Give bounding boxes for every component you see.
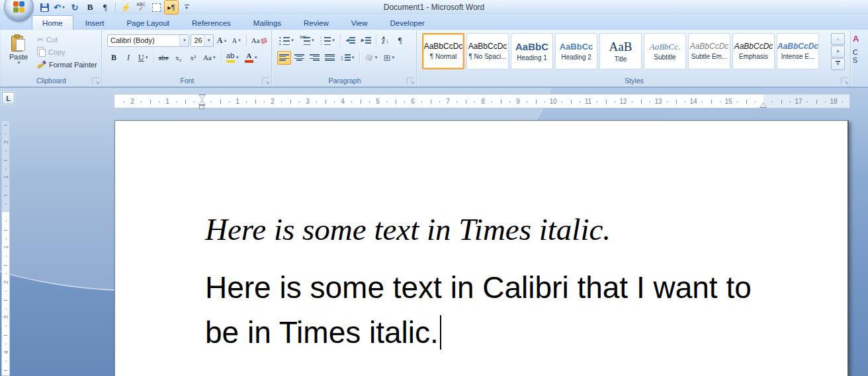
format-painter-icon	[37, 60, 46, 70]
ruler-tick	[544, 101, 545, 102]
style-card-no-spaci[interactable]: AaBbCcDc¶ No Spaci...	[466, 33, 509, 69]
paste-dropdown-caret[interactable]: ▼	[17, 61, 21, 65]
copy-button[interactable]: Copy	[37, 47, 97, 57]
style-card-subtle-em[interactable]: AaBbCcDcSubtle Em...	[688, 33, 730, 69]
align-center-button[interactable]	[292, 51, 306, 65]
qat-customize-qat-button[interactable]: ▼	[179, 0, 194, 15]
ruler-tick	[439, 101, 440, 102]
qat-save-button[interactable]	[37, 0, 52, 15]
qat-autoformat-button[interactable]: ⚡	[118, 0, 133, 15]
vertical-ruler[interactable]: 211234	[1, 120, 10, 376]
font-name-combo[interactable]: Calibri (Body) ▼	[107, 34, 189, 47]
style-card-subtitle[interactable]: AaBbCc.Subtitle	[644, 33, 686, 69]
qat-show-hide-pilcrow-button[interactable]: ¶	[98, 0, 112, 15]
underline-button[interactable]: U▼	[136, 51, 151, 65]
bold-button[interactable]: B	[107, 51, 120, 65]
shrink-font-button[interactable]: A▼	[230, 34, 243, 48]
italic-button[interactable]: I	[122, 51, 135, 65]
grow-font-button[interactable]: A▲	[215, 34, 229, 48]
strikethrough-button[interactable]: abe	[157, 51, 171, 65]
ruler-number: 4	[341, 98, 345, 105]
tab-references[interactable]: References	[181, 15, 241, 30]
underline-dropdown-icon[interactable]: ▼	[145, 56, 149, 59]
line-spacing-dropdown-icon[interactable]: ▼	[351, 56, 355, 59]
styles-scroll-down-button[interactable]: ▼	[831, 46, 845, 57]
first-line-indent-marker[interactable]	[198, 94, 206, 100]
tab-developer[interactable]: Developer	[379, 15, 435, 30]
paragraph-times-italic[interactable]: Here is some text in Times italic.	[205, 211, 611, 247]
qat-bold-button[interactable]: B	[83, 0, 97, 15]
qat-undo-button[interactable]: ↶▼	[52, 0, 67, 15]
align-right-button[interactable]	[308, 51, 322, 65]
align-left-button[interactable]	[277, 51, 291, 65]
change-case-button[interactable]: Aa▼	[201, 51, 218, 65]
show-hide-button[interactable]: ¶	[394, 34, 407, 48]
style-card-title[interactable]: AaBTitle	[599, 33, 642, 69]
font-size-dropdown-icon[interactable]: ▼	[204, 35, 213, 46]
qat-redo-button[interactable]: ↻	[67, 0, 82, 15]
style-card-heading-1[interactable]: AaBbCHeading 1	[511, 33, 553, 69]
font-color-icon: A	[245, 52, 253, 63]
tab-mailings[interactable]: Mailings	[243, 15, 292, 30]
numbering-dropdown-icon[interactable]: ▼	[311, 38, 315, 42]
qat-spelling-grammar-button[interactable]: ABC✓	[134, 0, 148, 15]
bullets-button[interactable]: ▼	[277, 34, 296, 48]
multilevel-dropdown-icon[interactable]: ▼	[331, 38, 335, 42]
numbering-button[interactable]: ▼	[298, 34, 317, 48]
ruler-tick	[5, 133, 7, 134]
multilevel-list-button[interactable]: ▼	[318, 34, 337, 48]
qat-macro-pilcrow-button[interactable]: ▸¶	[164, 0, 179, 15]
sort-button[interactable]: AZ↓	[379, 34, 392, 48]
document-page[interactable]: Here is some text in Times italic. Here …	[114, 120, 849, 376]
bullets-dropdown-icon[interactable]: ▼	[290, 38, 294, 42]
left-indent-marker[interactable]	[199, 105, 204, 109]
subscript-button[interactable]: x₂	[172, 51, 185, 65]
tab-selector[interactable]: L	[2, 92, 15, 104]
style-card-emphasis[interactable]: AaBbCcDcEmphasis	[732, 33, 775, 69]
clear-formatting-button[interactable]: Aa	[249, 34, 269, 48]
line-spacing-button[interactable]: ↕▼	[338, 51, 357, 65]
paragraph-dialog-launcher[interactable]: ↘	[407, 77, 414, 85]
paragraph-calibri[interactable]: Here is some text in Calibri that I want…	[205, 265, 752, 355]
text-highlight-button[interactable]: ab ▼	[224, 51, 241, 65]
highlight-dropdown-icon[interactable]: ▼	[236, 56, 239, 59]
tab-insert[interactable]: Insert	[75, 15, 115, 30]
tab-page-layout[interactable]: Page Layout	[116, 15, 180, 30]
style-card-normal[interactable]: AaBbCcDc¶ Normal	[422, 33, 464, 69]
styles-more-button[interactable]: ▼	[831, 58, 845, 70]
font-name-dropdown-icon[interactable]: ▼	[179, 35, 189, 46]
font-color-dropdown-icon[interactable]: ▼	[254, 56, 258, 59]
shading-button[interactable]: ▼	[363, 51, 380, 65]
ruler-tick	[737, 101, 738, 102]
styles-group: AaBbCcDc¶ NormalAaBbCcDc¶ No Spaci...AaB…	[418, 30, 851, 86]
horizontal-ruler[interactable]: 211234567891011121314151718	[114, 94, 850, 108]
styles-scroll-up-button[interactable]: ▲	[831, 33, 845, 45]
tab-home[interactable]: Home	[32, 15, 73, 30]
calibri-line-2[interactable]: be in Times italic.	[205, 310, 752, 355]
shading-dropdown-icon[interactable]: ▼	[374, 56, 378, 59]
calibri-line-1[interactable]: Here is some text in Calibri that I want…	[205, 265, 752, 310]
superscript-button[interactable]: x²	[187, 51, 200, 65]
change-styles-button[interactable]: A C S	[853, 35, 867, 76]
decrease-indent-button[interactable]: ◀	[343, 34, 357, 48]
clipboard-dialog-launcher[interactable]: ↘	[92, 77, 99, 85]
change-case-dropdown-icon[interactable]: ▼	[212, 56, 216, 59]
style-card-intense-e[interactable]: AaBbCcDcIntense E...	[777, 33, 819, 69]
justify-button[interactable]	[323, 51, 337, 65]
styles-dialog-launcher[interactable]: ↘	[841, 77, 848, 85]
hanging-indent-marker[interactable]	[198, 100, 206, 105]
borders-button[interactable]: ⊞▼	[381, 51, 397, 65]
tab-review[interactable]: Review	[293, 15, 339, 30]
format-painter-button[interactable]: Format Painter	[37, 59, 97, 70]
font-color-button[interactable]: A ▼	[243, 51, 260, 65]
paste-button[interactable]: Paste ▼	[4, 32, 33, 74]
cut-button[interactable]: ✂Cut	[37, 34, 97, 45]
style-label: Title	[615, 56, 627, 63]
increase-indent-button[interactable]: ▶	[359, 34, 372, 48]
style-card-heading-2[interactable]: AaBbCcHeading 2	[555, 33, 597, 69]
borders-dropdown-icon[interactable]: ▼	[391, 56, 395, 59]
tab-view[interactable]: View	[341, 15, 378, 30]
qat-select-object-button[interactable]	[149, 0, 163, 15]
font-dialog-launcher[interactable]: ↘	[262, 77, 269, 85]
font-size-combo[interactable]: 26 ▼	[191, 34, 214, 47]
